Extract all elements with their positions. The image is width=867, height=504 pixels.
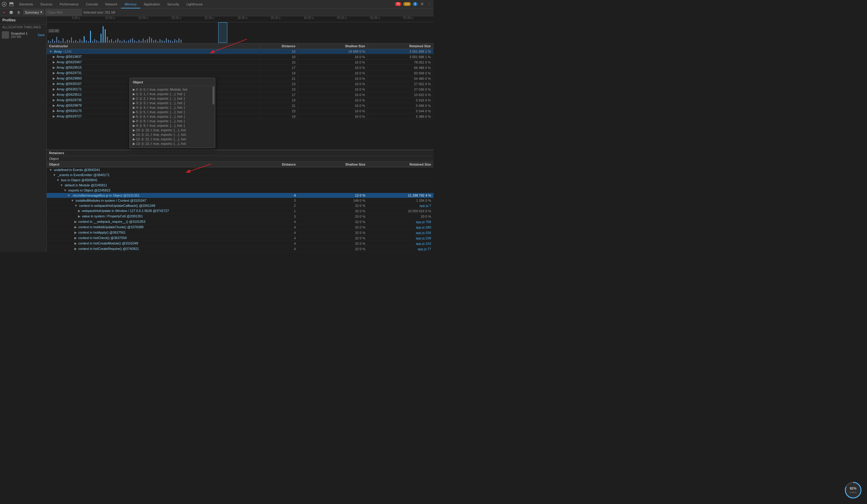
ret-shallow-cell: 32 0 % [298,225,367,230]
table-row[interactable]: ▶ Array @56298832116 0 %54 480 0 % [47,76,434,81]
tab-console[interactable]: Console [82,0,101,9]
source-link[interactable]: app.js:280 [416,225,431,229]
snapshot-save-button[interactable]: Save [38,33,45,37]
retainer-row[interactable]: ▶ value in system / PropertyCell @209135… [47,214,434,219]
tab-sources[interactable]: Sources [37,0,56,9]
timeline-bar [92,41,93,43]
retainer-row[interactable]: ▼ _events in EventEmitter @3840171 [47,172,434,178]
source-link[interactable]: app.js:7 [419,204,431,207]
tree-arrow-icon[interactable]: ▶ [53,104,56,107]
table-row[interactable]: ▶ Array @56298792116 0 %5 696 0 % [47,103,434,108]
view-dropdown[interactable]: Summary ▾ [23,10,44,15]
ret-tree-arrow[interactable]: ▶ [74,230,78,234]
snapshot-item[interactable]: Snapshot 1 289 MB Save [0,30,46,40]
ret-tree-arrow[interactable]: ▼ [64,189,68,192]
timeline-bar [151,38,152,43]
retainer-row[interactable]: ▼ context in webpackHotUpdateCallback() … [47,203,434,208]
tree-arrow-icon[interactable]: ▼ [49,50,53,53]
retainer-row[interactable]: ▼ default in Module @2245811 [47,183,434,188]
timeline-tick: 20.00 s [171,16,181,20]
devtools-tabbar: ElementsSourcesPerformanceConsoleNetwork… [0,0,434,9]
table-row[interactable]: ▶ Array @56295151716 0 %66 488 0 % [47,65,434,71]
retainer-row[interactable]: ▼ installedModules in system / Context @… [47,198,434,203]
tree-arrow-icon[interactable]: ▶ [53,115,56,118]
timeline-selection[interactable] [218,22,227,43]
ret-tree-arrow[interactable]: ▼ [49,168,53,172]
ret-tree-arrow[interactable]: ▶ [74,236,78,240]
stop-button[interactable]: ⬤ [8,10,14,15]
ret-tree-arrow[interactable]: ▼ [60,183,64,187]
timeline-bars[interactable]: 102 kB [47,22,434,43]
tree-arrow-icon[interactable]: ▶ [53,93,56,96]
tree-arrow-icon[interactable]: ▶ [53,66,56,69]
retainer-row[interactable]: ▶ context in hotApply() @3637561432 0 %a… [47,230,434,235]
table-row[interactable]: ▶ Array @56297351916 0 %5 916 0 % [47,98,434,103]
tooltip-scrollbar[interactable] [213,86,214,105]
tab-network[interactable]: Network [102,0,121,9]
ret-tree-arrow[interactable]: ▼ [71,199,75,202]
retainer-row[interactable]: ▶ context in hotCreateModule() @31010494… [47,241,434,246]
table-row[interactable]: ▶ Array @56259671516 0 %78 052 0 % [47,60,434,65]
shallow-size-cell: 16 0 % [298,114,367,119]
tree-arrow-icon[interactable]: ▶ [53,109,56,112]
tree-arrow-icon[interactable]: ▶ [53,82,56,86]
ret-tree-arrow[interactable]: ▶ [78,214,81,218]
source-link[interactable]: app.js:77 [418,247,431,251]
source-link[interactable]: app.js:238 [416,236,431,240]
retainer-row[interactable]: ▶ context in hotCheck() @3637559432 0 %a… [47,235,434,241]
ret-tree-arrow[interactable]: ▼ [53,173,57,177]
table-row[interactable]: ▶ Array @56297311916 0 %60 568 0 % [47,71,434,76]
settings-button[interactable]: ⚙ [419,1,425,7]
tree-arrow-icon[interactable]: ▶ [53,76,56,80]
table-row[interactable]: ▶ Array @56198371016 0 %3 001 688 1 % [47,54,434,60]
table-row[interactable]: ▶ Array @56301752316 0 %5 544 0 % [47,108,434,114]
tab-right-section: 75 103 8 ⚙ ⋮ [395,1,432,7]
retainer-row[interactable]: ▶ context in hotCreateRequire() @3740921… [47,246,434,252]
devtools-logo-icon[interactable] [1,1,7,7]
ret-tree-arrow[interactable]: ▶ [78,209,81,213]
retainer-row[interactable]: ▼ undefined in Events @3840341 [47,168,434,172]
tree-arrow-icon[interactable]: ▶ [53,60,56,64]
tab-memory[interactable]: Memory [121,0,140,9]
class-filter-input[interactable] [45,9,82,15]
table-row[interactable]: ▶ Array @56297271916 0 %5 388 0 % [47,114,434,119]
tab-performance[interactable]: Performance [56,0,82,9]
tab-elements[interactable]: Elements [16,0,37,9]
retainer-row[interactable]: ▶ context in hotAddUpdateChunk() @107638… [47,225,434,230]
timeline-bar [67,40,68,43]
tab-security[interactable]: Security [163,0,183,9]
tree-arrow-icon[interactable]: ▶ [53,87,56,91]
timeline[interactable]: 5.00 s10.00 s15.00 s20.00 s25.00 s30.00 … [47,16,434,43]
table-row[interactable]: ▶ Array @56301712316 0 %27 036 0 % [47,87,434,92]
ret-tree-arrow[interactable]: ▶ [74,225,78,229]
tree-arrow-icon[interactable]: ▶ [53,71,56,75]
ret-tree-arrow[interactable]: ▼ [56,178,61,182]
table-row[interactable]: ▶ Array @56301672316 0 %27 052 0 % [47,81,434,87]
dock-icon[interactable] [8,1,14,7]
table-row[interactable]: ▼ Array×12431019 888 0 %3 001 688 1 % [47,49,434,54]
ret-retained-cell: app.js:708 [368,219,434,225]
timeline-bar [90,31,91,43]
tree-arrow-icon[interactable]: ▶ [53,55,56,58]
source-link[interactable]: app.js:153 [416,242,431,245]
retainer-row[interactable]: ▼ exports in Object @2245815 [47,188,434,193]
ret-tree-arrow[interactable]: ▶ [74,242,78,245]
retainer-row[interactable]: ▶ context in __webpack_require__() @3101… [47,219,434,225]
source-link[interactable]: app.js:708 [416,220,431,224]
table-row[interactable]: ▶ Array @56295111716 0 %10 832 0 % [47,92,434,98]
ret-tree-arrow[interactable]: ▼ [67,194,71,197]
ret-tree-arrow[interactable]: ▶ [74,220,78,223]
ret-tree-arrow[interactable]: ▶ [74,247,78,250]
source-link[interactable]: app.js:336 [416,231,431,235]
tab-application[interactable]: Application [140,0,164,9]
tree-arrow-icon[interactable]: ▶ [53,98,56,102]
retainer-row[interactable]: ▼ ./src/utils/messageBus.js in Object @3… [47,193,434,198]
clear-button[interactable]: 🗑 [16,10,22,15]
tab-lighthouse[interactable]: Lighthouse [183,0,206,9]
retainer-row[interactable]: ▼ bus in Object @4509041 [47,178,434,183]
retainer-row[interactable]: ▶ webpackHotUpdate in Window / 127.0.0.1… [47,208,434,214]
retainer-row[interactable]: ▶ context in hotDisposeChunk() @10763694… [47,252,434,252]
ret-tree-arrow[interactable]: ▼ [74,204,78,207]
more-button[interactable]: ⋮ [427,1,432,7]
record-button[interactable]: ● [2,10,6,15]
